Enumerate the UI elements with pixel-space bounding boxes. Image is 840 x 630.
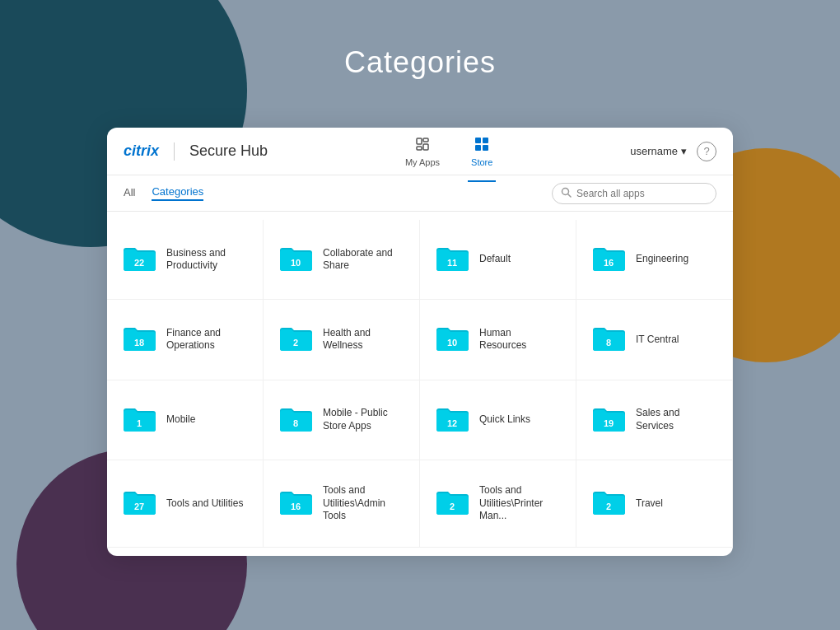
folder-icon: 16 — [591, 244, 626, 275]
category-item-travel[interactable]: 2 Travel — [576, 460, 733, 548]
folder-badge: 8 — [606, 338, 611, 348]
myapps-icon — [414, 136, 431, 155]
folder-badge: 10 — [291, 258, 301, 268]
folder-icon: 2 — [435, 488, 469, 519]
logo-divider — [174, 142, 175, 161]
folder-badge: 27 — [134, 502, 144, 511]
folder-icon: 1 — [122, 404, 156, 436]
svg-rect-6 — [475, 145, 481, 151]
category-name: Finance and Operations — [166, 327, 248, 352]
svg-rect-0 — [417, 138, 422, 144]
folder-badge: 19 — [604, 418, 614, 427]
svg-line-9 — [568, 194, 572, 197]
category-name: Health and Wellness — [323, 327, 404, 352]
folder-icon: 22 — [122, 244, 156, 275]
category-name: Quick Links — [479, 413, 530, 427]
svg-rect-3 — [417, 147, 422, 150]
folder-icon: 8 — [591, 324, 626, 355]
folder-badge: 22 — [134, 258, 144, 268]
category-name: Human Resources — [479, 327, 561, 352]
sub-nav: All Categories — [107, 175, 733, 212]
chevron-down-icon: ▾ — [681, 145, 687, 157]
category-name: Engineering — [636, 253, 688, 266]
nav-tabs: My Apps Store — [268, 129, 630, 174]
folder-badge: 18 — [134, 338, 144, 348]
folder-icon: 2 — [591, 488, 626, 519]
folder-icon: 12 — [435, 404, 469, 436]
folder-icon: 16 — [278, 488, 313, 519]
username-button[interactable]: username ▾ — [630, 145, 687, 157]
citrix-logo: citrix — [124, 142, 159, 160]
category-name: Business and Productivity — [166, 247, 248, 273]
help-icon: ? — [703, 145, 709, 157]
folder-badge: 10 — [447, 338, 457, 348]
category-item-collaborate[interactable]: 10 Collaborate and Share — [264, 220, 420, 300]
folder-badge: 12 — [447, 418, 457, 427]
folder-icon: 18 — [122, 324, 156, 355]
folder-badge: 16 — [291, 502, 301, 511]
username-label: username — [630, 145, 678, 157]
category-item-tools-admin[interactable]: 16 Tools and Utilities\Admin Tools — [264, 460, 420, 548]
folder-badge: 1 — [137, 418, 142, 427]
category-item-business[interactable]: 22 Business and Productivity — [107, 220, 264, 300]
svg-rect-5 — [483, 138, 488, 143]
folder-badge: 2 — [450, 502, 455, 511]
category-name: Travel — [636, 497, 663, 511]
folder-badge: 11 — [447, 258, 457, 268]
svg-rect-7 — [483, 145, 488, 151]
header-right: username ▾ ? — [630, 142, 716, 161]
subnav-all[interactable]: All — [124, 186, 135, 200]
category-name: Mobile — [166, 413, 195, 427]
page-title: Categories — [0, 45, 840, 80]
search-box — [552, 183, 716, 204]
search-input[interactable] — [576, 188, 707, 199]
logo-area: citrix Secure Hub — [124, 142, 268, 161]
category-item-sales[interactable]: 19 Sales and Services — [576, 380, 733, 460]
folder-badge: 16 — [604, 258, 614, 268]
folder-icon: 11 — [435, 244, 469, 275]
svg-rect-1 — [423, 138, 428, 142]
svg-rect-4 — [475, 138, 481, 143]
folder-badge: 8 — [293, 418, 298, 427]
category-item-mobile-public[interactable]: 8 Mobile - Public Store Apps — [264, 380, 420, 460]
categories-grid: 22 Business and Productivity 10 Collabor… — [107, 212, 733, 556]
tab-store[interactable]: Store — [468, 129, 496, 174]
category-item-finance[interactable]: 18 Finance and Operations — [107, 300, 264, 380]
help-button[interactable]: ? — [697, 142, 716, 161]
category-item-health[interactable]: 2 Health and Wellness — [264, 300, 420, 380]
app-header: citrix Secure Hub My Apps — [107, 128, 733, 175]
category-name: Sales and Services — [636, 407, 717, 432]
category-item-engineering[interactable]: 16 Engineering — [576, 220, 733, 300]
app-name: Secure Hub — [189, 142, 268, 160]
category-name: IT Central — [636, 334, 679, 347]
category-item-mobile[interactable]: 1 Mobile — [107, 380, 264, 460]
folder-badge: 2 — [293, 338, 298, 348]
svg-rect-2 — [423, 144, 428, 150]
citrix-logo-text: citrix — [124, 142, 159, 160]
category-item-quick[interactable]: 12 Quick Links — [420, 380, 576, 460]
folder-icon: 10 — [435, 324, 469, 355]
category-name: Default — [479, 253, 511, 266]
category-item-tools[interactable]: 27 Tools and Utilities — [107, 460, 264, 548]
app-window: citrix Secure Hub My Apps — [107, 128, 733, 556]
category-name: Collaborate and Share — [323, 247, 404, 273]
store-icon — [474, 136, 490, 155]
sub-nav-left: All Categories — [124, 185, 552, 201]
category-item-default[interactable]: 11 Default — [420, 220, 576, 300]
search-icon — [561, 187, 572, 200]
subnav-categories[interactable]: Categories — [152, 185, 203, 201]
folder-badge: 2 — [606, 502, 611, 511]
category-item-it[interactable]: 8 IT Central — [576, 300, 733, 380]
category-item-tools-printer[interactable]: 2 Tools and Utilities\Printer Man... — [420, 460, 576, 548]
category-name: Tools and Utilities — [166, 497, 243, 511]
category-name: Mobile - Public Store Apps — [323, 407, 404, 432]
folder-icon: 10 — [278, 244, 313, 275]
folder-icon: 19 — [591, 404, 626, 436]
tab-myapps[interactable]: My Apps — [402, 129, 443, 174]
category-name: Tools and Utilities\Admin Tools — [323, 484, 404, 523]
folder-icon: 2 — [278, 324, 313, 355]
folder-icon: 8 — [278, 404, 313, 436]
tab-myapps-label: My Apps — [405, 157, 440, 167]
category-item-hr[interactable]: 10 Human Resources — [420, 300, 576, 380]
folder-icon: 27 — [122, 488, 156, 519]
